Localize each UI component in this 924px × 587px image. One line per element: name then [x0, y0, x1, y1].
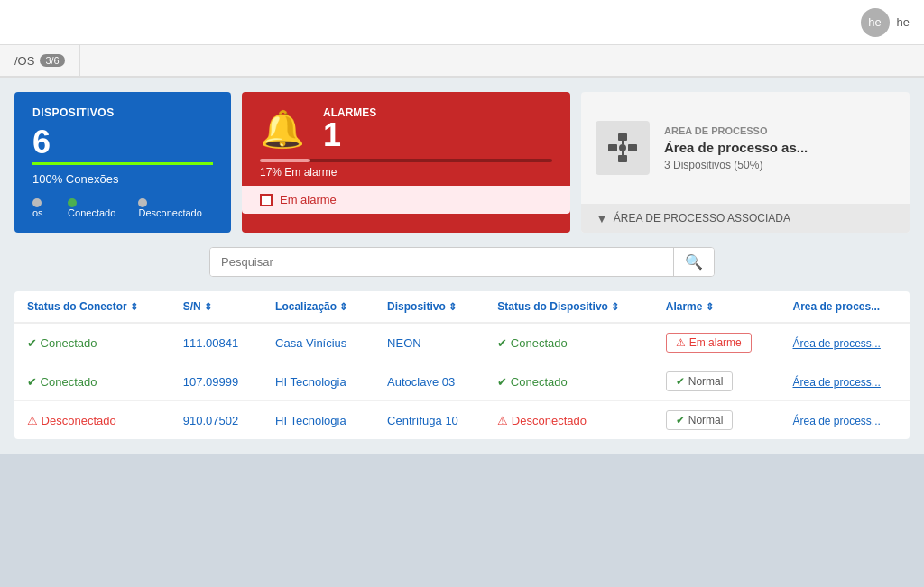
- status-all: os: [32, 197, 57, 218]
- search-button[interactable]: 🔍: [673, 248, 714, 276]
- cell-connector-status: ⚠ Desconectado: [14, 401, 171, 440]
- col-connector-status[interactable]: Status do Conector ⇕: [14, 291, 171, 323]
- top-bar: he he: [0, 0, 924, 45]
- cell-device-status: ⚠ Desconectado: [485, 401, 653, 440]
- search-icon: 🔍: [685, 254, 703, 270]
- summary-cards: DISPOSITIVOS 6 100% Conexões os Conectad…: [14, 92, 910, 233]
- card-process: AREA DE PROCESSO Área de processo as... …: [581, 92, 910, 233]
- col-alarm[interactable]: Alarme ⇕: [653, 291, 781, 323]
- user-menu[interactable]: he he: [861, 8, 910, 37]
- progress-bar-fill: [260, 159, 310, 162]
- cell-location: HI Tecnologia: [263, 362, 374, 401]
- alarm-checkbox[interactable]: [260, 194, 273, 206]
- cell-location: HI Tecnologia: [263, 401, 374, 440]
- cell-area[interactable]: Área de process...: [780, 401, 910, 440]
- col-sn[interactable]: S/N ⇕: [171, 291, 263, 323]
- table-header-row: Status do Conector ⇕ S/N ⇕ Localização ⇕…: [14, 291, 910, 323]
- alarm-badge[interactable]: ⚠ Em alarme: [666, 333, 752, 353]
- alarm-percent: 17% Em alarme: [260, 166, 552, 179]
- status-connected-label: Conectado: [68, 207, 116, 218]
- table-row: ⚠ Desconectado 910.07502 HI Tecnologia C…: [14, 401, 910, 440]
- cell-connector-status: ✔ Conectado: [14, 362, 171, 401]
- dot-connected: [68, 198, 77, 207]
- tab-os[interactable]: /OS 3/6: [0, 45, 80, 76]
- cell-alarm[interactable]: ✔ Normal: [653, 362, 781, 401]
- cell-alarm[interactable]: ✔ Normal: [653, 401, 781, 440]
- bottom-area: [0, 454, 924, 587]
- check-icon: ✔: [676, 375, 685, 388]
- bell-icon: 🔔: [260, 111, 305, 147]
- cell-location: Casa Vinícius: [263, 323, 374, 362]
- cell-sn[interactable]: 910.07502: [171, 401, 263, 440]
- funnel-icon: ▼: [596, 211, 608, 225]
- process-devices: 3 Dispositivos (50%): [664, 159, 808, 171]
- col-location[interactable]: Localização ⇕: [263, 291, 374, 323]
- alarms-info: ALARMES 1: [323, 106, 376, 151]
- cell-area[interactable]: Área de process...: [780, 323, 910, 362]
- check-icon: ✔: [676, 414, 685, 426]
- cell-sn[interactable]: 107.09999: [171, 362, 263, 401]
- normal-badge[interactable]: ✔ Normal: [666, 371, 734, 391]
- status-connected: Conectado: [68, 197, 127, 218]
- sort-icon-device: ⇕: [448, 301, 457, 312]
- card-alarms: 🔔 ALARMES 1 17% Em alarme Em alarme: [242, 92, 570, 233]
- tab-badge: 3/6: [40, 54, 64, 67]
- devices-count: 6: [32, 126, 213, 159]
- search-container: 🔍: [209, 247, 715, 277]
- warn-icon: ⚠: [676, 336, 686, 349]
- cell-alarm[interactable]: ⚠ Em alarme: [653, 323, 781, 362]
- progress-bar-bg: [260, 159, 552, 162]
- sort-icon-location: ⇕: [339, 301, 347, 312]
- connections-label: 100% Conexões: [32, 172, 213, 186]
- process-footer: ▼ ÁREA DE PROCESSO ASSOCIADA: [581, 204, 910, 233]
- sort-icon-device-status: ⇕: [611, 301, 619, 312]
- table-row: ✔ Conectado 107.09999 HI Tecnologia Auto…: [14, 362, 910, 401]
- devices-table: Status do Conector ⇕ S/N ⇕ Localização ⇕…: [14, 291, 910, 439]
- cell-device-status: ✔ Conectado: [485, 362, 653, 401]
- col-area[interactable]: Area de proces...: [780, 291, 910, 323]
- main-content: DISPOSITIVOS 6 100% Conexões os Conectad…: [0, 78, 924, 454]
- table-header: Status do Conector ⇕ S/N ⇕ Localização ⇕…: [14, 291, 910, 323]
- search-bar-container: 🔍: [14, 247, 910, 277]
- cell-area[interactable]: Área de process...: [780, 362, 910, 401]
- process-section-title: AREA DE PROCESSO: [664, 125, 808, 136]
- process-footer-label: ÁREA DE PROCESSO ASSOCIADA: [614, 212, 790, 225]
- alarm-footer-label: Em alarme: [280, 193, 337, 206]
- process-name: Área de processo as...: [664, 140, 808, 155]
- cell-sn[interactable]: 111.00841: [171, 323, 263, 362]
- sort-icon-alarm: ⇕: [706, 301, 714, 312]
- svg-rect-0: [618, 133, 627, 141]
- sort-icon-connector: ⇕: [130, 301, 138, 312]
- devices-status-row: os Conectado Desconectado: [32, 197, 213, 218]
- status-disconnected-label: Desconectado: [138, 207, 201, 218]
- table-row: ✔ Conectado 111.00841 Casa Vinícius NEON…: [14, 323, 910, 362]
- normal-badge[interactable]: ✔ Normal: [666, 410, 734, 430]
- cell-connector-status: ✔ Conectado: [14, 323, 171, 362]
- cell-device[interactable]: NEON: [374, 323, 485, 362]
- alarms-top: 🔔 ALARMES 1: [242, 92, 570, 159]
- tab-label: /OS: [14, 54, 34, 68]
- col-device[interactable]: Dispositivo ⇕: [374, 291, 485, 323]
- svg-rect-1: [618, 155, 627, 162]
- sort-icon-sn: ⇕: [204, 301, 212, 312]
- devices-progress-bar: [32, 162, 213, 165]
- cell-device[interactable]: Centrífuga 10: [374, 401, 485, 440]
- alarm-progress: 17% Em alarme: [260, 159, 552, 179]
- cell-device-status: ✔ Conectado: [485, 323, 653, 362]
- process-icon: [596, 121, 650, 175]
- process-top: AREA DE PROCESSO Área de processo as... …: [581, 92, 910, 204]
- dot-disconnected: [138, 198, 147, 207]
- table-body: ✔ Conectado 111.00841 Casa Vinícius NEON…: [14, 323, 910, 439]
- avatar: he: [861, 8, 890, 37]
- user-label: he: [897, 15, 910, 29]
- search-input[interactable]: [210, 248, 673, 276]
- alarms-count: 1: [323, 119, 376, 151]
- devices-title: DISPOSITIVOS: [32, 106, 213, 119]
- col-device-status[interactable]: Status do Dispositivo ⇕: [485, 291, 653, 323]
- cell-device[interactable]: Autoclave 03: [374, 362, 485, 401]
- network-icon: [606, 132, 639, 164]
- process-info: AREA DE PROCESSO Área de processo as... …: [664, 125, 808, 171]
- alarms-footer: Em alarme: [242, 186, 570, 214]
- status-disconnected: Desconectado: [138, 197, 213, 218]
- svg-point-8: [619, 144, 626, 151]
